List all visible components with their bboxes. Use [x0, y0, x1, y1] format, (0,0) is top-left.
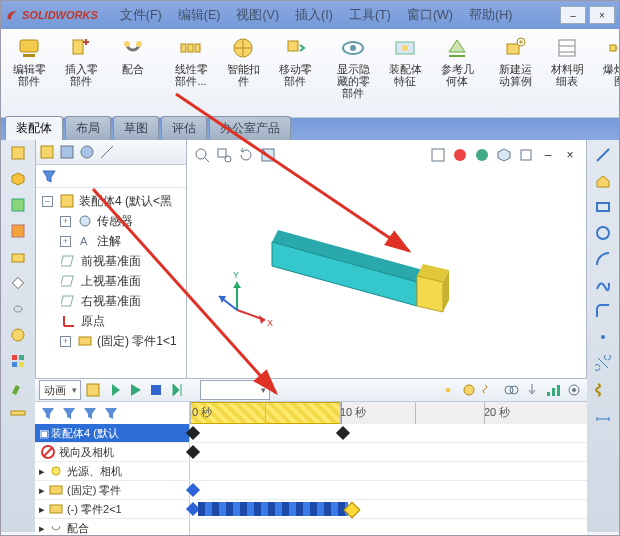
app-window: SOLIDWORKS 文件(F) 编辑(E) 视图(V) 插入(I) 工具(T)…: [0, 0, 620, 536]
callout-arrow-1: [1, 1, 620, 536]
svg-line-93: [93, 189, 276, 393]
svg-line-92: [176, 94, 409, 251]
